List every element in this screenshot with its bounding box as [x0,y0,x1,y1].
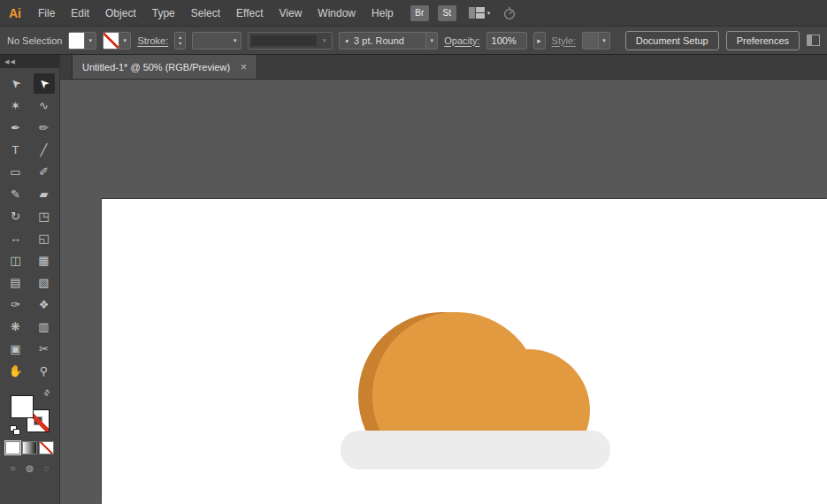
menu-help[interactable]: Help [364,0,402,27]
canvas-area[interactable] [60,80,827,504]
artboard-tool[interactable]: ▣ [5,339,27,359]
scale-tool[interactable]: ◳ [34,206,55,226]
lasso-tool[interactable]: ∿ [34,95,55,116]
paintbrush-tool[interactable]: ✐ [34,162,55,182]
none-button[interactable] [39,441,54,454]
type-tool[interactable]: T [5,140,27,160]
none-slash-icon [40,442,53,454]
hand-tool[interactable]: ✋ [5,361,27,381]
draw-normal-mode[interactable]: ○ [7,463,19,473]
fill-stroke-indicator: ⇄ [11,392,50,432]
gpu-performance-button[interactable] [502,6,517,20]
menu-items: FileEditObjectTypeSelectEffectViewWindow… [30,0,402,26]
variable-width-profile-dropdown[interactable]: ▾ [248,32,333,50]
menu-select[interactable]: Select [183,0,228,27]
selection-tool-icon: ➤ [7,75,23,91]
symbol-sprayer-tool-icon: ❋ [11,320,20,333]
preferences-button[interactable]: Preferences [726,31,800,50]
graphic-style-dropdown[interactable]: ▾ [582,32,610,50]
menu-type[interactable]: Type [144,0,183,27]
pencil-tool[interactable]: ✎ [5,184,27,204]
blend-tool-icon: ❖ [39,298,50,311]
line-segment-tool-icon: ╱ [41,143,48,157]
bridge-button[interactable]: Br [410,5,429,21]
mesh-tool[interactable]: ▤ [5,272,27,293]
panel-dock-icon[interactable] [807,34,820,46]
draw-behind-mode[interactable]: ◍ [24,463,36,473]
magic-wand-tool[interactable]: ✶ [5,95,27,116]
artwork [102,199,827,504]
blend-tool[interactable]: ❖ [34,294,55,315]
color-mode-row [5,441,54,454]
menu-window[interactable]: Window [310,0,364,27]
eraser-tool-icon: ▰ [40,187,49,201]
stroke-label[interactable]: Stroke: [137,35,168,46]
brush-name: 3 pt. Round [354,35,404,46]
stroke-none-swatch [103,33,119,49]
plate-shape[interactable] [341,431,610,470]
perspective-grid-tool[interactable]: ▦ [34,250,55,271]
eyedropper-tool-icon: ✑ [11,298,20,311]
dock-collapse-button[interactable]: ◀◀ [0,55,59,68]
width-tool-icon: ↔ [10,232,21,245]
brush-definition-dropdown[interactable]: • 3 pt. Round ▾ [339,32,438,50]
free-transform-tool-icon: ◱ [38,232,49,245]
slice-tool[interactable]: ✂ [34,339,55,359]
workspace-switcher-icon [469,7,485,19]
document-setup-button[interactable]: Document Setup [625,31,719,50]
curvature-tool[interactable]: ✏ [34,118,55,138]
tools-panel: ➤➤✶∿✒✏T╱▭✐✎▰↻◳↔◱◫▦▤▧✑❖❋▥▣✂✋⚲ ⇄ [0,68,59,504]
direct-selection-tool[interactable]: ➤ [34,73,55,94]
column-graph-tool[interactable]: ▥ [34,317,55,337]
opacity-input[interactable]: 100% [486,32,527,50]
swap-fill-stroke-icon[interactable]: ⇄ [42,387,52,398]
eraser-tool[interactable]: ▰ [34,184,55,204]
pencil-tool-icon: ✎ [11,187,20,201]
rectangle-tool[interactable]: ▭ [5,162,27,182]
stock-button[interactable]: St [438,5,456,21]
style-label[interactable]: Style: [552,35,577,46]
menu-view[interactable]: View [272,0,310,27]
gradient-tool[interactable]: ▧ [34,272,55,293]
scale-tool-icon: ◳ [38,210,49,223]
style-swatch [583,33,598,49]
menu-edit[interactable]: Edit [63,0,97,27]
fill-swatch [69,33,84,49]
stroke-width-dropdown[interactable]: ▾ [192,32,241,50]
document-tab-bar: Untitled-1* @ 50% (RGB/Preview) × [60,55,827,80]
opacity-expand-button[interactable]: ▸ [533,32,546,50]
width-tool[interactable]: ↔ [5,228,27,248]
curvature-tool-icon: ✏ [39,121,49,134]
fill-indicator-swatch[interactable] [11,395,34,418]
stroke-width-stepper[interactable]: ▴ ▾ [174,32,186,50]
menu-object[interactable]: Object [97,0,144,27]
pen-tool[interactable]: ✒ [5,118,27,138]
gradient-tool-icon: ▧ [38,276,49,289]
stroke-color-dropdown[interactable]: ▾ [103,32,131,50]
rotate-tool[interactable]: ↻ [5,206,27,226]
menu-file[interactable]: File [30,0,63,27]
rectangle-tool-icon: ▭ [10,165,20,179]
gradient-button[interactable] [22,441,37,454]
opacity-label[interactable]: Opacity: [444,35,479,46]
default-fill-stroke-icon[interactable] [10,425,20,435]
illustrator-window: Ai FileEditObjectTypeSelectEffectViewWin… [0,0,827,504]
shape-builder-tool[interactable]: ◫ [5,250,27,271]
draw-inside-mode[interactable]: ◌ [41,463,53,473]
artboard[interactable] [102,199,827,504]
document-tab[interactable]: Untitled-1* @ 50% (RGB/Preview) × [72,55,257,79]
fill-color-dropdown[interactable]: ▾ [68,32,96,50]
zoom-tool[interactable]: ⚲ [34,361,55,381]
zoom-tool-icon: ⚲ [40,364,49,378]
symbol-sprayer-tool[interactable]: ❋ [5,317,27,337]
selection-tool[interactable]: ➤ [5,73,27,94]
menu-effect[interactable]: Effect [228,0,271,27]
free-transform-tool[interactable]: ◱ [34,228,55,248]
slice-tool-icon: ✂ [39,342,49,355]
workspace-switcher-button[interactable]: ▾ [469,7,491,19]
chevron-down-icon: ▾ [119,33,130,49]
close-icon[interactable]: × [241,61,247,73]
eyedropper-tool[interactable]: ✑ [5,294,27,315]
line-segment-tool[interactable]: ╱ [34,140,55,160]
color-button[interactable] [5,441,20,454]
